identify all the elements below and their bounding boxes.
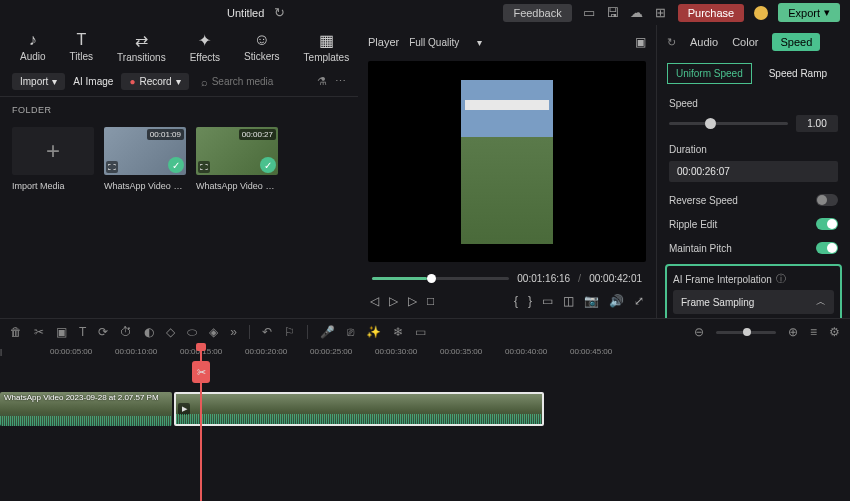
refresh-icon[interactable]: ↻: [667, 36, 676, 49]
settings-icon[interactable]: ⚙: [829, 325, 840, 339]
tag-icon[interactable]: ◈: [209, 325, 218, 339]
speed-ramp-mode[interactable]: Speed Ramp: [760, 63, 832, 84]
interp-dropdown[interactable]: Frame Sampling ︿: [673, 290, 834, 314]
search-input[interactable]: [212, 76, 305, 87]
account-avatar[interactable]: [754, 6, 768, 20]
snowflake-icon[interactable]: ❄: [393, 325, 403, 339]
next-frame-icon[interactable]: ▷: [408, 294, 417, 308]
zoom-slider[interactable]: [716, 331, 776, 334]
speed-value[interactable]: 1.00: [796, 115, 838, 132]
import-dropdown[interactable]: Import▾: [12, 73, 65, 90]
info-icon[interactable]: ⓘ: [776, 272, 786, 286]
record-dot-icon: ●: [129, 76, 135, 87]
quality-dropdown[interactable]: Full Quality▾: [409, 37, 482, 48]
undo-icon[interactable]: ↶: [262, 325, 272, 339]
timeline-clip-selected[interactable]: ▶: [174, 392, 544, 426]
mic-icon[interactable]: 🎤: [320, 325, 335, 339]
chevron-down-icon: ▾: [176, 76, 181, 87]
delete-icon[interactable]: 🗑: [10, 325, 22, 339]
history-icon[interactable]: ↻: [272, 6, 286, 20]
mark-in-icon[interactable]: {: [514, 294, 518, 308]
mixer-icon[interactable]: ⎚: [347, 325, 354, 339]
chevron-down-icon: ▾: [477, 37, 482, 48]
tab-stickers[interactable]: ☺Stickers: [244, 31, 280, 63]
mark-out-icon[interactable]: }: [528, 294, 532, 308]
check-icon: ✓: [168, 157, 184, 173]
templates-icon: ▦: [319, 31, 334, 50]
text-icon[interactable]: T: [79, 325, 86, 339]
tab-speed-props[interactable]: Speed: [772, 33, 820, 51]
duration-label: Duration: [669, 144, 838, 155]
tab-audio[interactable]: ♪Audio: [20, 31, 46, 63]
media-item[interactable]: 00:01:09 ⛶ ✓ WhatsApp Video 202...: [104, 127, 186, 191]
ripple-edit-toggle[interactable]: [816, 218, 838, 230]
fullscreen-icon[interactable]: ⤢: [634, 294, 644, 308]
timeline-ruler[interactable]: | 00:00:05:00 00:00:10:00 00:00:15:00 00…: [0, 345, 850, 361]
marker-icon[interactable]: ⚐: [284, 325, 295, 339]
check-icon: ✓: [260, 157, 276, 173]
ai-icon[interactable]: ✨: [366, 325, 381, 339]
rotate-icon[interactable]: ⟳: [98, 325, 108, 339]
more-icon[interactable]: ⋯: [335, 75, 346, 88]
export-button[interactable]: Export▾: [778, 3, 840, 22]
timeline-panel: 🗑 ✂ ▣ T ⟳ ⏱ ◐ ◇ ⬭ ◈ » ↶ ⚐ 🎤 ⎚ ✨ ❄ ▭ ⊖ ⊕ …: [0, 318, 850, 501]
more-tools-icon[interactable]: »: [230, 325, 237, 339]
tab-effects[interactable]: ✦Effects: [190, 31, 220, 63]
play-icon[interactable]: ▷: [389, 294, 398, 308]
feedback-button[interactable]: Feedback: [503, 4, 571, 22]
expand-icon[interactable]: ⛶: [106, 161, 118, 173]
compare-icon[interactable]: ◫: [563, 294, 574, 308]
uniform-speed-mode[interactable]: Uniform Speed: [667, 63, 752, 84]
chevron-down-icon: ▾: [52, 76, 57, 87]
filter-icon[interactable]: ⚗: [317, 75, 327, 88]
tab-audio-props[interactable]: Audio: [690, 36, 718, 48]
video-track[interactable]: WhatsApp Video 2023-09-28 at 2.07.57 PM …: [0, 391, 850, 427]
tab-templates[interactable]: ▦Templates: [304, 31, 350, 63]
tab-titles[interactable]: TTitles: [70, 31, 94, 63]
duration-badge: 00:01:09: [147, 129, 184, 140]
expand-icon[interactable]: ⛶: [198, 161, 210, 173]
timeline-tracks[interactable]: | 00:00:05:00 00:00:10:00 00:00:15:00 00…: [0, 345, 850, 501]
monitor-icon[interactable]: ▭: [582, 6, 596, 20]
record-dropdown[interactable]: ●Record▾: [121, 73, 188, 90]
scissors-cursor[interactable]: ✂: [192, 361, 210, 383]
list-icon[interactable]: ≡: [810, 325, 817, 339]
zoom-out-icon[interactable]: ⊖: [694, 325, 704, 339]
crop-icon[interactable]: ▣: [56, 325, 67, 339]
purchase-button[interactable]: Purchase: [678, 4, 744, 22]
ai-image-button[interactable]: AI Image: [73, 76, 113, 87]
volume-icon[interactable]: 🔊: [609, 294, 624, 308]
speed-label: Speed: [669, 98, 838, 109]
speed-slider[interactable]: [669, 122, 788, 125]
import-media-tile[interactable]: + Import Media: [12, 127, 94, 191]
ratio-icon[interactable]: ▭: [542, 294, 553, 308]
stop-icon[interactable]: □: [427, 294, 434, 308]
speed-icon[interactable]: ⏱: [120, 325, 132, 339]
video-preview[interactable]: [368, 61, 646, 262]
mask-icon[interactable]: ⬭: [187, 325, 197, 339]
cut-icon[interactable]: ✂: [34, 325, 44, 339]
player-panel: Player Full Quality▾ ▣ 00:01:16:16 / 00:…: [358, 25, 656, 318]
reverse-speed-toggle[interactable]: [816, 194, 838, 206]
tab-transitions[interactable]: ⇄Transitions: [117, 31, 166, 63]
grid-icon[interactable]: ⊞: [654, 6, 668, 20]
prev-frame-icon[interactable]: ◁: [370, 294, 379, 308]
cloud-icon[interactable]: ☁: [630, 6, 644, 20]
snapshot-icon[interactable]: ▣: [635, 35, 646, 49]
save-icon[interactable]: 🖫: [606, 6, 620, 20]
maintain-pitch-toggle[interactable]: [816, 242, 838, 254]
camera-icon[interactable]: 📷: [584, 294, 599, 308]
duration-value[interactable]: 00:00:26:07: [669, 161, 838, 182]
timeline-clip[interactable]: WhatsApp Video 2023-09-28 at 2.07.57 PM: [0, 392, 172, 426]
media-item[interactable]: 00:00:27 ⛶ ✓ WhatsApp Video 202...: [196, 127, 278, 191]
search-icon: ⌕: [201, 76, 208, 88]
scrubber[interactable]: [372, 277, 509, 280]
keyframe-icon[interactable]: ◇: [166, 325, 175, 339]
zoom-in-icon[interactable]: ⊕: [788, 325, 798, 339]
color-icon[interactable]: ◐: [144, 325, 154, 339]
properties-panel: ↻ Audio Color Speed Uniform Speed Speed …: [656, 25, 850, 318]
tab-color-props[interactable]: Color: [732, 36, 758, 48]
current-time: 00:01:16:16: [517, 273, 570, 284]
frame-icon[interactable]: ▭: [415, 325, 426, 339]
duration-badge: 00:00:27: [239, 129, 276, 140]
